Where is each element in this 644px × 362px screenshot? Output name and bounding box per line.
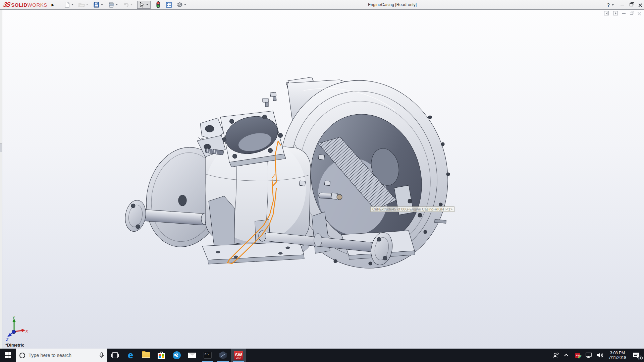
mail-icon: [188, 353, 196, 358]
people-button[interactable]: [551, 349, 560, 362]
solidworks-monitor-icon: SW ✔: [575, 353, 580, 358]
solidworks-logo-works: WORKS: [28, 2, 47, 8]
menu-flyout-button[interactable]: ▶: [51, 1, 55, 8]
select-tool-button[interactable]: [138, 1, 146, 9]
view-orientation-label: *Dimetric: [5, 343, 24, 348]
select-tool-group: [137, 1, 151, 9]
taskbar-store-button[interactable]: [154, 349, 169, 362]
solidworks-logo-mark: 3S: [3, 1, 11, 8]
action-center-button[interactable]: 3: [631, 349, 642, 362]
open-button[interactable]: [78, 1, 86, 9]
solidworks-logo: 3S SOLID WORKS: [3, 1, 47, 8]
tray-chevron-button[interactable]: [562, 349, 571, 362]
undo-icon: [123, 2, 129, 7]
task-view-icon: [111, 352, 119, 359]
print-icon: [108, 2, 114, 8]
rebuild-button[interactable]: [155, 1, 162, 9]
properties-list-icon: [166, 2, 172, 8]
undo-button[interactable]: [122, 1, 130, 9]
taskbar-settings-button[interactable]: [169, 349, 184, 362]
close-button[interactable]: [638, 3, 642, 7]
search-input[interactable]: [29, 353, 96, 358]
speaker-icon: [596, 352, 604, 358]
save-button[interactable]: [93, 1, 100, 9]
options-dropdown[interactable]: [184, 4, 186, 5]
triad-y-label: Y: [12, 316, 15, 320]
windows-logo-icon: [5, 352, 11, 358]
network-icon: [585, 352, 593, 358]
cortana-icon: [19, 353, 25, 358]
edge-icon: e: [128, 351, 133, 360]
chevron-up-icon: [564, 354, 569, 358]
window-controls: ?: [607, 0, 642, 10]
save-dropdown[interactable]: [101, 4, 103, 5]
windows-taskbar: e C:\_ SW 2017: [0, 349, 644, 362]
volume-button[interactable]: [596, 349, 604, 362]
microsoft-store-icon: [158, 352, 165, 359]
microphone-icon[interactable]: [99, 352, 104, 359]
network-button[interactable]: [585, 349, 593, 362]
solidworks-monitor-tray[interactable]: SW ✔: [574, 349, 582, 362]
restore-button[interactable]: [630, 3, 633, 6]
wrench-icon: [173, 351, 181, 359]
print-button[interactable]: [108, 1, 115, 9]
engine-casing-model: [0, 10, 644, 349]
save-floppy-icon: [94, 2, 99, 8]
open-folder-icon: [78, 2, 85, 7]
hexagon-app-icon: [219, 351, 227, 359]
minimize-button[interactable]: [621, 5, 624, 5]
start-button[interactable]: [0, 349, 16, 362]
new-document-button[interactable]: [63, 1, 71, 9]
triad-z-label: Z: [6, 338, 9, 342]
triad-x-label: X: [25, 329, 28, 333]
system-tray: SW ✔ 3:08 PM 7/11/2018: [551, 349, 644, 362]
options-button[interactable]: [176, 1, 183, 9]
taskbar-search[interactable]: [16, 349, 107, 362]
file-explorer-icon: [142, 352, 150, 358]
standard-toolbar: [63, 0, 191, 10]
clock-date: 7/11/2018: [609, 355, 627, 360]
select-cursor-icon: [140, 2, 144, 8]
new-document-icon: [64, 2, 70, 8]
command-prompt-icon: C:\_: [204, 352, 212, 359]
taskbar-cmd-button[interactable]: C:\_: [200, 349, 215, 362]
file-properties-button[interactable]: [165, 1, 173, 9]
print-dropdown[interactable]: [116, 4, 118, 5]
taskbar-edge-button[interactable]: e: [123, 349, 138, 362]
open-dropdown[interactable]: [86, 4, 88, 5]
notification-count-badge: 3: [638, 356, 643, 360]
taskbar-clock[interactable]: 3:08 PM 7/11/2018: [607, 349, 629, 362]
taskbar-solidworks-button[interactable]: SW 2017: [231, 349, 246, 362]
window-title: EngineCasing [Read-only]: [368, 2, 417, 7]
people-icon: [552, 352, 559, 358]
taskbar-mail-button[interactable]: [184, 349, 200, 362]
select-tool-dropdown[interactable]: [146, 4, 148, 5]
orientation-triad: Y X Z: [4, 316, 28, 342]
help-button[interactable]: ?: [607, 2, 610, 8]
taskbar-file-explorer-button[interactable]: [138, 349, 154, 362]
titlebar: 3S SOLID WORKS ▶: [0, 0, 644, 10]
undo-dropdown[interactable]: [130, 4, 132, 5]
new-document-dropdown[interactable]: [71, 4, 73, 5]
task-view-button[interactable]: [107, 349, 123, 362]
gear-icon: [177, 2, 183, 8]
solidworks-logo-solid: SOLID: [11, 2, 27, 8]
taskbar-hexagon-app-button[interactable]: [215, 349, 231, 362]
rebuild-traffic-light-icon: [156, 1, 160, 8]
clock-time: 3:08 PM: [609, 351, 627, 356]
check-icon: ✔: [578, 354, 582, 359]
solidworks-app-icon: SW 2017: [234, 351, 243, 360]
help-dropdown[interactable]: [612, 4, 614, 6]
